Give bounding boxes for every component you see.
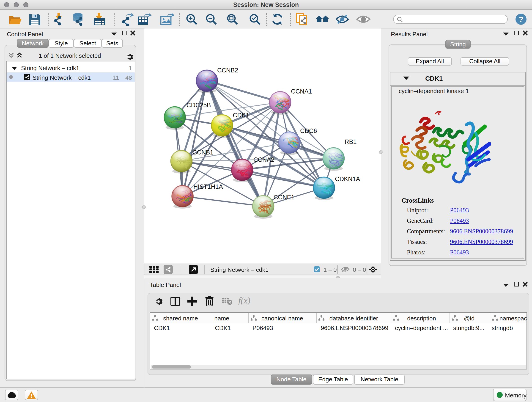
svg-text:CDC25B: CDC25B — [186, 102, 211, 109]
svg-text:CCNE1: CCNE1 — [273, 194, 295, 201]
svg-text:CCNB2: CCNB2 — [217, 67, 238, 74]
svg-text:HIST1H1A: HIST1H1A — [193, 183, 223, 190]
svg-text:CCNB1: CCNB1 — [192, 149, 214, 156]
svg-text:CDKN1A: CDKN1A — [335, 176, 360, 182]
svg-text:CDC6: CDC6 — [300, 128, 317, 134]
svg-text:CDK1: CDK1 — [233, 112, 249, 119]
svg-text:CCNA1: CCNA1 — [291, 88, 312, 95]
svg-text:RB1: RB1 — [345, 138, 357, 145]
svg-text:CCNA2: CCNA2 — [253, 156, 274, 163]
svg-text:?: ? — [519, 15, 524, 24]
